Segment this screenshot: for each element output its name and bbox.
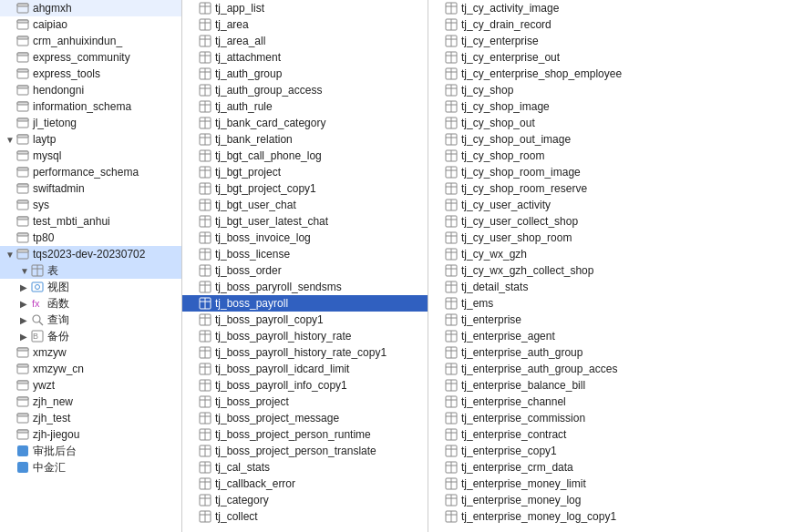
mid-item-tj_bgt_user_chat[interactable]: tj_bgt_user_chat: [182, 197, 428, 213]
mid-item-tj_boss_payroll_idcard_limit[interactable]: tj_boss_payroll_idcard_limit: [182, 361, 428, 377]
right-item-tj_cy_wx_gzh_collect_shop[interactable]: tj_cy_wx_gzh_collect_shop: [428, 262, 804, 279]
right-item-tj_cy_enterprise_shop_employee[interactable]: tj_cy_enterprise_shop_employee: [428, 66, 804, 82]
right-item-tj_enterprise_agent[interactable]: tj_enterprise_agent: [428, 328, 804, 344]
right-item-tj_cy_user_collect_shop[interactable]: tj_cy_user_collect_shop: [428, 213, 804, 230]
mid-item-tj_boss_project_message[interactable]: tj_boss_project_message: [182, 410, 428, 426]
tree-item-zjh-jiegou[interactable]: zjh-jiegou: [0, 426, 181, 443]
tree-item-caipiao[interactable]: caipiao: [0, 16, 181, 33]
tree-item-ywzt[interactable]: ywzt: [0, 377, 181, 394]
mid-item-tj_boss_license[interactable]: tj_boss_license: [182, 246, 428, 262]
mid-item-tj_collect[interactable]: tj_collect: [182, 508, 428, 525]
mid-item-tj_boss_payroll[interactable]: tj_boss_payroll: [182, 295, 428, 312]
right-item-tj_enterprise_balance_bill[interactable]: tj_enterprise_balance_bill: [428, 377, 804, 394]
right-item-tj_enterprise_money_log_copy1[interactable]: tj_enterprise_money_log_copy1: [428, 508, 804, 525]
tree-item-zjh_new[interactable]: zjh_new: [0, 394, 181, 410]
expand-arrow[interactable]: [20, 282, 29, 292]
right-item-tj_cy_shop_room_reserve[interactable]: tj_cy_shop_room_reserve: [428, 180, 804, 197]
right-item-tj_enterprise_contract[interactable]: tj_enterprise_contract: [428, 426, 804, 443]
right-item-tj_enterprise_copy1[interactable]: tj_enterprise_copy1: [428, 443, 804, 459]
right-item-tj_cy_shop_room[interactable]: tj_cy_shop_room: [428, 148, 804, 164]
tree-item-information_schema[interactable]: information_schema: [0, 98, 181, 115]
tree-item-zhongjinhui[interactable]: 中金汇: [0, 459, 181, 476]
right-item-tj_cy_shop[interactable]: tj_cy_shop: [428, 82, 804, 98]
mid-item-tj_boss_payroll_info_copy1[interactable]: tj_boss_payroll_info_copy1: [182, 377, 428, 394]
tree-item-tqs2023-dev-20230702[interactable]: tqs2023-dev-20230702: [0, 246, 181, 262]
tree-item-hendongni[interactable]: hendongni: [0, 82, 181, 98]
expand-arrow[interactable]: [5, 250, 15, 260]
tree-item-hanshu[interactable]: fx函数: [0, 295, 181, 312]
right-item-tj_cy_shop_image[interactable]: tj_cy_shop_image: [428, 98, 804, 115]
mid-item-tj_attachment[interactable]: tj_attachment: [182, 49, 428, 66]
right-item-tj_cy_wx_gzh[interactable]: tj_cy_wx_gzh: [428, 246, 804, 262]
tree-item-crm_anhuixindun_[interactable]: crm_anhuixindun_: [0, 33, 181, 49]
right-item-tj_cy_shop_out[interactable]: tj_cy_shop_out: [428, 115, 804, 131]
tree-item-swiftadmin[interactable]: swiftadmin: [0, 180, 181, 197]
right-item-tj_enterprise[interactable]: tj_enterprise: [428, 312, 804, 328]
tree-item-express_community[interactable]: express_community: [0, 49, 181, 66]
right-item-tj_enterprise_commission[interactable]: tj_enterprise_commission: [428, 410, 804, 426]
tree-item-xmzyw[interactable]: xmzyw: [0, 344, 181, 361]
tree-item-express_tools[interactable]: express_tools: [0, 66, 181, 82]
tree-item-zjh_test[interactable]: zjh_test: [0, 410, 181, 426]
right-item-tj_cy_activity_image[interactable]: tj_cy_activity_image: [428, 0, 804, 16]
mid-item-tj_bgt_user_latest_chat[interactable]: tj_bgt_user_latest_chat: [182, 213, 428, 230]
mid-item-tj_bgt_project[interactable]: tj_bgt_project: [182, 164, 428, 180]
mid-item-tj_boss_payroll_history_rate_copy1[interactable]: tj_boss_payroll_history_rate_copy1: [182, 344, 428, 361]
expand-arrow[interactable]: [20, 315, 29, 325]
mid-item-tj_boss_payroll_history_rate[interactable]: tj_boss_payroll_history_rate: [182, 328, 428, 344]
right-item-tj_cy_shop_out_image[interactable]: tj_cy_shop_out_image: [428, 131, 804, 148]
tree-item-shenheihoatai[interactable]: 审批后台: [0, 443, 181, 459]
tree-item-beifen[interactable]: B备份: [0, 328, 181, 344]
mid-item-tj_bank_card_category[interactable]: tj_bank_card_category: [182, 115, 428, 131]
mid-item-tj_boss_paryroll_sendsms[interactable]: tj_boss_paryroll_sendsms: [182, 279, 428, 295]
mid-item-tj_app_list[interactable]: tj_app_list: [182, 0, 428, 16]
mid-item-tj_auth_group[interactable]: tj_auth_group: [182, 66, 428, 82]
mid-item-tj_category[interactable]: tj_category: [182, 492, 428, 508]
tree-item-chaxun[interactable]: 查询: [0, 312, 181, 328]
mid-item-tj_auth_group_access[interactable]: tj_auth_group_access: [182, 82, 428, 98]
tree-item-shitu[interactable]: 视图: [0, 279, 181, 295]
right-item-tj_enterprise_auth_group[interactable]: tj_enterprise_auth_group: [428, 344, 804, 361]
tree-item-biaos[interactable]: 表: [0, 262, 181, 279]
mid-item-tj_area_all[interactable]: tj_area_all: [182, 33, 428, 49]
expand-arrow[interactable]: [20, 332, 29, 342]
expand-arrow[interactable]: [20, 299, 29, 309]
tree-item-mysql[interactable]: mysql: [0, 148, 181, 164]
expand-arrow[interactable]: [20, 266, 29, 276]
tree-item-tp80[interactable]: tp80: [0, 230, 181, 246]
mid-item-tj_boss_project_person_runtime[interactable]: tj_boss_project_person_runtime: [182, 426, 428, 443]
right-item-tj_enterprise_crm_data[interactable]: tj_enterprise_crm_data: [428, 459, 804, 476]
mid-item-tj_bank_relation[interactable]: tj_bank_relation: [182, 131, 428, 148]
mid-item-tj_boss_project[interactable]: tj_boss_project: [182, 394, 428, 410]
tree-item-xmzyw_cn[interactable]: xmzyw_cn: [0, 361, 181, 377]
right-item-tj_cy_user_shop_room[interactable]: tj_cy_user_shop_room: [428, 230, 804, 246]
right-item-tj_cy_shop_room_image[interactable]: tj_cy_shop_room_image: [428, 164, 804, 180]
tree-item-ahgmxh[interactable]: ahgmxh: [0, 0, 181, 16]
mid-item-tj_boss_order[interactable]: tj_boss_order: [182, 262, 428, 279]
right-item-tj_enterprise_money_log[interactable]: tj_enterprise_money_log: [428, 492, 804, 508]
right-item-tj_ems[interactable]: tj_ems: [428, 295, 804, 312]
tree-item-laytp[interactable]: laytp: [0, 131, 181, 148]
tree-item-jl_tietong[interactable]: jl_tietong: [0, 115, 181, 131]
right-item-tj_cy_user_activity[interactable]: tj_cy_user_activity: [428, 197, 804, 213]
mid-item-tj_boss_invoice_log[interactable]: tj_boss_invoice_log: [182, 230, 428, 246]
mid-item-tj_bgt_project_copy1[interactable]: tj_bgt_project_copy1: [182, 180, 428, 197]
right-item-tj_enterprise_auth_group_acces[interactable]: tj_enterprise_auth_group_acces: [428, 361, 804, 377]
right-item-tj_enterprise_money_limit[interactable]: tj_enterprise_money_limit: [428, 476, 804, 492]
mid-item-tj_boss_payroll_copy1[interactable]: tj_boss_payroll_copy1: [182, 312, 428, 328]
right-item-tj_cy_enterprise[interactable]: tj_cy_enterprise: [428, 33, 804, 49]
right-item-tj_cy_drain_record[interactable]: tj_cy_drain_record: [428, 16, 804, 33]
mid-item-tj_cal_stats[interactable]: tj_cal_stats: [182, 459, 428, 476]
tree-item-sys[interactable]: sys: [0, 197, 181, 213]
tree-item-performance_schema[interactable]: performance_schema: [0, 164, 181, 180]
mid-item-tj_auth_rule[interactable]: tj_auth_rule: [182, 98, 428, 115]
right-item-tj_enterprise_channel[interactable]: tj_enterprise_channel: [428, 394, 804, 410]
tree-item-test_mbti_anhui[interactable]: test_mbti_anhui: [0, 213, 181, 230]
mid-item-tj_area[interactable]: tj_area: [182, 16, 428, 33]
mid-item-tj_bgt_call_phone_log[interactable]: tj_bgt_call_phone_log: [182, 148, 428, 164]
mid-item-tj_callback_error[interactable]: tj_callback_error: [182, 476, 428, 492]
right-item-tj_detail_stats[interactable]: tj_detail_stats: [428, 279, 804, 295]
mid-item-tj_boss_project_person_translate[interactable]: tj_boss_project_person_translate: [182, 443, 428, 459]
right-item-tj_cy_enterprise_out[interactable]: tj_cy_enterprise_out: [428, 49, 804, 66]
expand-arrow[interactable]: [5, 135, 15, 145]
